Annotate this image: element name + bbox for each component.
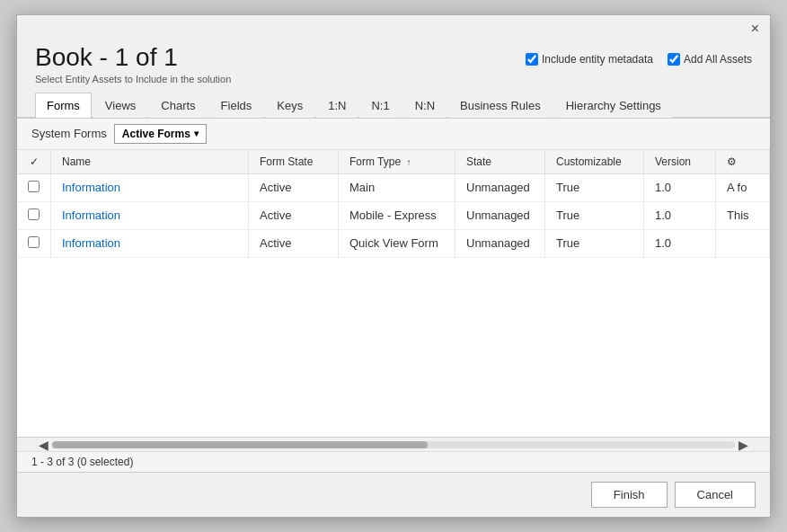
- row-checkbox-cell[interactable]: [17, 173, 51, 201]
- row-version-cell: 1.0: [644, 201, 716, 229]
- dropdown-arrow-icon: ▾: [194, 129, 199, 138]
- col-header-version[interactable]: Version: [644, 150, 716, 174]
- row-state-cell: Unmanaged: [455, 229, 545, 257]
- scroll-left-icon[interactable]: ◀: [35, 438, 52, 452]
- tabs-bar: Forms Views Charts Fields Keys 1:N N:1 N…: [17, 92, 770, 118]
- active-forms-label: Active Forms: [122, 128, 190, 140]
- tab-hierarchy-settings[interactable]: Hierarchy Settings: [554, 93, 673, 118]
- tab-views[interactable]: Views: [93, 93, 147, 118]
- horizontal-scrollbar[interactable]: ◀ ▶: [17, 437, 770, 451]
- include-entity-metadata-checkbox[interactable]: [526, 53, 538, 66]
- row-version-cell: 1.0: [644, 173, 716, 201]
- scrollbar-track[interactable]: [52, 441, 735, 448]
- col-header-extra: ⚙: [716, 150, 770, 174]
- table-row: Information Active Quick View Form Unman…: [17, 229, 770, 257]
- row-name-link[interactable]: Information: [62, 208, 120, 222]
- include-entity-metadata-label[interactable]: Include entity metadata: [526, 53, 653, 66]
- row-customizable-cell: True: [545, 229, 644, 257]
- row-name-cell[interactable]: Information: [51, 201, 249, 229]
- dialog: × Book - 1 of 1 Select Entity Assets to …: [16, 14, 771, 518]
- include-entity-metadata-text: Include entity metadata: [542, 53, 653, 66]
- row-checkbox[interactable]: [28, 236, 40, 248]
- tab-fields[interactable]: Fields: [209, 93, 264, 118]
- row-formtype-cell: Quick View Form: [339, 229, 455, 257]
- row-extra-cell: A fo: [716, 173, 770, 201]
- col-header-customizable[interactable]: Customizable: [545, 150, 644, 174]
- row-name-cell[interactable]: Information: [51, 173, 249, 201]
- col-header-formstate[interactable]: Form State: [249, 150, 339, 174]
- col-header-state[interactable]: State: [455, 150, 545, 174]
- scrollbar-thumb[interactable]: [52, 441, 428, 448]
- row-formtype-cell: Main: [339, 173, 455, 201]
- tab-nn[interactable]: N:N: [403, 93, 447, 118]
- row-checkbox[interactable]: [28, 208, 40, 220]
- add-all-assets-label[interactable]: Add All Assets: [668, 53, 752, 66]
- page-title: Book - 1 of 1: [35, 44, 231, 72]
- row-name-link[interactable]: Information: [62, 181, 120, 194]
- row-extra-cell: [716, 229, 770, 257]
- col-header-check[interactable]: ✓: [17, 150, 51, 174]
- header-left: Book - 1 of 1 Select Entity Assets to In…: [35, 44, 231, 84]
- table-row: Information Active Mobile - Express Unma…: [17, 201, 770, 229]
- row-formstate-cell: Active: [249, 173, 339, 201]
- row-customizable-cell: True: [545, 201, 644, 229]
- header-right: Include entity metadata Add All Assets: [526, 53, 752, 66]
- row-formstate-cell: Active: [249, 201, 339, 229]
- page-subtitle: Select Entity Assets to Include in the s…: [35, 74, 231, 84]
- row-formtype-cell: Mobile - Express: [339, 201, 455, 229]
- finish-button[interactable]: Finish: [591, 482, 668, 508]
- row-checkbox-cell[interactable]: [17, 201, 51, 229]
- row-checkbox[interactable]: [28, 181, 40, 192]
- row-version-cell: 1.0: [644, 229, 716, 257]
- content-area: System Forms Active Forms ▾ ✓ Name Form …: [17, 118, 770, 472]
- row-extra-cell: This: [716, 201, 770, 229]
- status-text: 1 - 3 of 3 (0 selected): [31, 456, 133, 468]
- tab-charts[interactable]: Charts: [149, 93, 207, 118]
- system-forms-label: System Forms: [31, 127, 107, 140]
- cancel-button[interactable]: Cancel: [675, 482, 756, 508]
- tab-business-rules[interactable]: Business Rules: [448, 93, 553, 118]
- forms-table: ✓ Name Form State Form Type ↑ State Cust…: [17, 150, 770, 258]
- tab-1n[interactable]: 1:N: [316, 93, 358, 118]
- add-all-assets-checkbox[interactable]: [668, 53, 680, 66]
- system-forms-bar: System Forms Active Forms ▾: [17, 119, 770, 150]
- table-row: Information Active Main Unmanaged True 1…: [17, 173, 770, 201]
- row-state-cell: Unmanaged: [455, 173, 545, 201]
- close-button[interactable]: ×: [747, 21, 763, 37]
- table-container: ✓ Name Form State Form Type ↑ State Cust…: [17, 150, 770, 437]
- col-header-name[interactable]: Name: [51, 150, 249, 174]
- tab-n1[interactable]: N:1: [359, 93, 401, 118]
- scroll-right-icon[interactable]: ▶: [735, 438, 752, 452]
- status-bar: 1 - 3 of 3 (0 selected): [17, 451, 770, 472]
- active-forms-dropdown[interactable]: Active Forms ▾: [114, 124, 207, 144]
- row-name-link[interactable]: Information: [62, 236, 120, 250]
- row-customizable-cell: True: [545, 173, 644, 201]
- title-bar: ×: [17, 15, 770, 37]
- col-header-formtype[interactable]: Form Type ↑: [339, 150, 455, 174]
- sort-icon: ↑: [406, 157, 411, 167]
- add-all-assets-text: Add All Assets: [684, 53, 752, 66]
- row-checkbox-cell[interactable]: [17, 229, 51, 257]
- tab-keys[interactable]: Keys: [265, 93, 314, 118]
- table-header-row: ✓ Name Form State Form Type ↑ State Cust…: [17, 150, 770, 174]
- row-name-cell[interactable]: Information: [51, 229, 249, 257]
- row-formstate-cell: Active: [249, 229, 339, 257]
- row-state-cell: Unmanaged: [455, 201, 545, 229]
- footer: Finish Cancel: [17, 472, 770, 517]
- tab-forms[interactable]: Forms: [35, 93, 92, 118]
- header: Book - 1 of 1 Select Entity Assets to In…: [17, 37, 770, 84]
